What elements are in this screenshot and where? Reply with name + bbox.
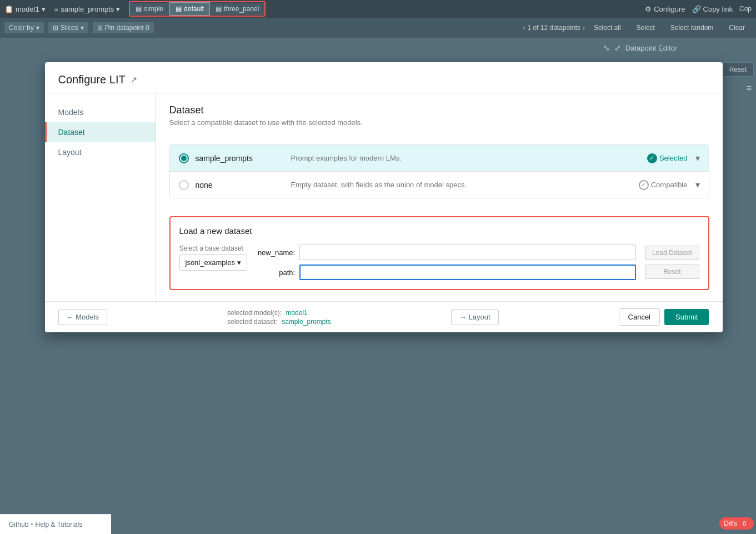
nav-prev-icon[interactable]: ‹ [523, 24, 525, 32]
selected-models-info: selected model(s): model1 [227, 309, 331, 317]
nav-dataset[interactable]: Dataset [45, 122, 156, 142]
tab-simple-label: simple [144, 5, 163, 13]
prompts-arrow: ▾ [116, 5, 120, 13]
base-dataset-value: jsonl_examples [186, 258, 236, 267]
footer-info: selected model(s): model1 selected datas… [227, 309, 331, 326]
prompts-selector[interactable]: ≡ sample_prompts ▾ [54, 5, 121, 13]
path-input[interactable] [299, 264, 636, 280]
base-dataset-dropdown[interactable]: jsonl_examples ▾ [179, 254, 248, 271]
tab-simple[interactable]: ▦ simple [130, 3, 169, 15]
dialog-sidebar: Models Dataset Layout [45, 93, 156, 301]
slices-arrow: ▾ [81, 24, 84, 32]
selected-dataset-info: selected dataset: sample_prompts [227, 318, 331, 326]
gear-icon: ⚙ [645, 5, 652, 13]
load-dataset-title: Load a new dataset [179, 226, 699, 236]
dialog-main-content: Dataset Select a compatible dataset to u… [156, 93, 723, 301]
new-name-label: new_name: [256, 248, 295, 257]
select-random-btn[interactable]: Select random [664, 22, 720, 34]
check-icon-selected: ✓ [647, 153, 657, 163]
configure-lit-dialog: Configure LIT ↗ Models Dataset Layout Da… [45, 62, 723, 332]
top-bar-right: ⚙ Configure 🔗 Copy link Cop [645, 5, 752, 13]
content-area: ⤡ ⤢ Datapoint Editor Configure LIT ↗ Mod… [0, 38, 756, 534]
dialog-body: Models Dataset Layout Dataset Select a c… [45, 93, 723, 301]
cancel-btn[interactable]: Cancel [619, 308, 660, 326]
submit-btn[interactable]: Submit [664, 309, 709, 325]
prompts-icon: ≡ [54, 5, 59, 13]
new-name-input[interactable] [299, 244, 636, 260]
tab-three-panel[interactable]: ▦ three_panel [210, 3, 264, 15]
radio-none[interactable] [179, 180, 189, 190]
clear-btn[interactable]: Clear [722, 22, 752, 34]
status-selected: ✓ Selected [647, 153, 688, 163]
expand-none[interactable]: ▾ [695, 179, 700, 190]
top-bar: 📋 model1 ▾ ≡ sample_prompts ▾ ▦ simple ▦… [0, 0, 756, 18]
selected-dataset-label: selected dataset: [227, 318, 278, 326]
radio-sample-prompts[interactable] [179, 153, 189, 163]
dataset-name-sample-prompts: sample_prompts [196, 154, 284, 163]
pin-btn[interactable]: ⊞ Pin datapoint 0 [93, 22, 154, 33]
link-icon: 🔗 [692, 5, 701, 13]
dialog-footer: ← Models selected model(s): model1 selec… [45, 301, 723, 332]
configure-btn[interactable]: ⚙ Configure [645, 5, 685, 13]
footer-actions: Cancel Submit [619, 308, 709, 326]
copy-link-label: Copy link [703, 5, 733, 13]
form-actions: Load Dataset Reset [645, 246, 699, 279]
expand-sample-prompts[interactable]: ▾ [695, 153, 700, 163]
configure-label: Configure [654, 5, 685, 13]
form-row-path: path: [256, 264, 636, 280]
datapoints-nav-text: 1 of 12 datapoints [527, 24, 580, 32]
status-selected-label: Selected [659, 154, 688, 162]
dataset-row-sample-prompts[interactable]: sample_prompts Prompt examples for moder… [170, 145, 709, 172]
tab-three-panel-label: three_panel [224, 5, 259, 13]
pin-label: Pin datapoint 0 [105, 24, 149, 32]
dataset-desc-sample-prompts: Prompt examples for modern LMs. [291, 154, 640, 162]
nav-next-icon[interactable]: › [583, 24, 585, 32]
selected-models-value[interactable]: model1 [286, 309, 307, 317]
back-btn[interactable]: ← Models [58, 309, 108, 325]
color-by-btn[interactable]: Color by ▾ [4, 22, 44, 33]
nav-models[interactable]: Models [45, 102, 156, 122]
slices-btn[interactable]: ⊞ Slices ▾ [48, 22, 88, 33]
external-link-icon[interactable]: ↗ [130, 74, 137, 85]
tab-default-label: default [184, 5, 204, 13]
section-title: Dataset [169, 104, 709, 116]
nav-layout[interactable]: Layout [45, 142, 156, 162]
footer-nav-right: → Layout [451, 309, 499, 325]
selected-models-label: selected model(s): [227, 309, 282, 317]
tab-three-panel-icon: ▦ [216, 5, 222, 13]
load-dataset-btn[interactable]: Load Dataset [645, 246, 699, 260]
dataset-name-none: none [196, 181, 284, 189]
dataset-desc-none: Empty dataset, with fields as the union … [291, 181, 632, 189]
second-bar-right: ‹ 1 of 12 datapoints › Select all Select… [523, 22, 752, 34]
check-icon-compat: ✓ [639, 180, 649, 190]
dataset-section-header: Dataset Select a compatible dataset to u… [169, 104, 709, 136]
cop-label: Cop [739, 5, 752, 13]
model-name: model1 [16, 5, 39, 13]
reset-load-btn[interactable]: Reset [645, 264, 699, 279]
dialog-overlay: Configure LIT ↗ Models Dataset Layout Da… [0, 38, 756, 534]
selected-dataset-value[interactable]: sample_prompts [282, 318, 331, 326]
load-dataset-section: Load a new dataset Select a base dataset… [169, 216, 709, 290]
copy-link-btn[interactable]: 🔗 Copy link [692, 5, 733, 13]
tab-group: ▦ simple ▦ default ▦ three_panel [129, 1, 266, 17]
prompts-name: sample_prompts [61, 5, 114, 13]
base-dataset-label: Select a base dataset [179, 244, 248, 252]
section-subtitle: Select a compatible dataset to use with … [169, 118, 709, 127]
slices-icon: ⊞ [53, 24, 58, 32]
form-fields: new_name: path: [256, 244, 636, 280]
dataset-status-none: ✓ Compatible ▾ [639, 179, 700, 190]
dataset-status-sample-prompts: ✓ Selected ▾ [647, 153, 700, 163]
model-selector[interactable]: 📋 model1 ▾ [4, 5, 46, 13]
tab-simple-icon: ▦ [136, 5, 142, 13]
status-compatible-label: Compatible [651, 181, 688, 189]
next-btn[interactable]: → Layout [451, 309, 499, 325]
tab-default[interactable]: ▦ default [169, 2, 210, 16]
select-btn[interactable]: Select [630, 22, 662, 34]
dataset-row-none[interactable]: none Empty dataset, with fields as the u… [170, 172, 709, 198]
select-all-btn[interactable]: Select all [587, 22, 628, 34]
load-form: Select a base dataset jsonl_examples ▾ n… [179, 244, 699, 280]
color-by-arrow: ▾ [36, 24, 39, 32]
path-label: path: [256, 268, 295, 277]
base-dataset-select: Select a base dataset jsonl_examples ▾ [179, 244, 248, 271]
model-arrow: ▾ [42, 5, 46, 13]
